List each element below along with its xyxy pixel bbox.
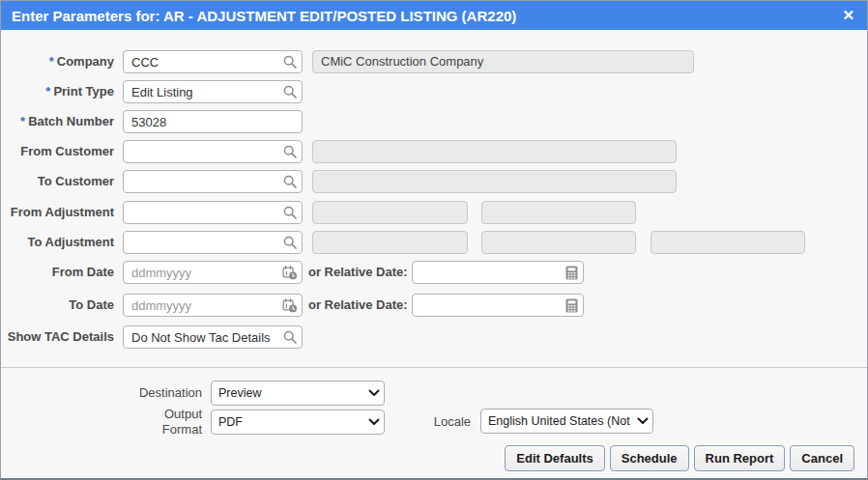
field-row-batch-number: *Batch Number	[1, 110, 867, 133]
show-tac-details-input-wrap	[123, 325, 303, 349]
from-adjustment-label: From Adjustment	[1, 201, 114, 224]
from-relative-date-input-wrap	[412, 261, 584, 284]
to-date-input-wrap	[123, 294, 303, 317]
locale-select[interactable]: English United States (Not Tr	[480, 409, 653, 434]
to-relative-date-input[interactable]	[412, 294, 584, 317]
field-row-print-type: *Print Type	[1, 80, 867, 103]
search-icon[interactable]	[282, 84, 298, 99]
search-icon[interactable]	[282, 54, 298, 70]
to-date-label: To Date	[1, 294, 114, 317]
batch-number-input-wrap	[123, 110, 303, 133]
destination-label: Destination	[1, 385, 202, 401]
field-row-to-customer: To Customer	[1, 170, 867, 193]
field-row-from-adjustment: From Adjustment	[1, 201, 867, 224]
from-customer-input[interactable]	[123, 140, 303, 163]
required-marker: *	[45, 84, 50, 99]
from-adjustment-readonly-1	[312, 201, 468, 224]
calculator-icon[interactable]	[564, 297, 579, 313]
to-date-input[interactable]	[123, 294, 303, 317]
print-type-input[interactable]	[123, 80, 303, 103]
show-tac-details-input[interactable]	[123, 325, 303, 349]
search-icon[interactable]	[282, 329, 298, 345]
locale-selected-value: English United States (Not Tr	[481, 414, 633, 428]
company-label: *Company	[1, 50, 114, 73]
to-adjustment-input[interactable]	[123, 231, 303, 254]
from-date-input[interactable]	[123, 261, 303, 284]
search-icon[interactable]	[282, 235, 298, 250]
search-icon[interactable]	[282, 144, 298, 159]
chevron-down-icon	[633, 417, 652, 425]
from-relative-date-input[interactable]	[412, 261, 584, 284]
footer-button-bar: Edit Defaults Schedule Run Report Cancel	[505, 445, 854, 471]
field-row-from-date: From Date or Relative Date:	[1, 261, 867, 284]
batch-number-label: *Batch Number	[1, 110, 114, 133]
to-relative-date-label: or Relative Date:	[308, 294, 408, 317]
output-format-selected-value: PDF	[212, 415, 364, 429]
field-row-show-tac-details: Show TAC Details	[1, 325, 867, 349]
edit-defaults-button[interactable]: Edit Defaults	[505, 445, 604, 471]
dialog-title: Enter Parameters for: AR - ADJUSTMENT ED…	[1, 8, 516, 24]
dialog-titlebar: Enter Parameters for: AR - ADJUSTMENT ED…	[1, 1, 867, 30]
company-input-wrap	[123, 50, 303, 73]
to-adjustment-input-wrap	[123, 231, 303, 254]
from-date-input-wrap	[123, 261, 303, 284]
search-icon[interactable]	[282, 205, 298, 220]
calendar-icon[interactable]	[282, 297, 298, 313]
to-customer-input[interactable]	[123, 170, 303, 193]
run-report-button[interactable]: Run Report	[694, 445, 786, 471]
search-icon[interactable]	[282, 174, 298, 189]
print-type-label: *Print Type	[1, 80, 114, 103]
from-customer-label: From Customer	[1, 140, 114, 163]
to-relative-date-input-wrap	[412, 294, 584, 317]
required-marker: *	[49, 54, 54, 69]
to-adjustment-readonly-1	[312, 231, 468, 254]
to-adjustment-readonly-3	[651, 231, 805, 254]
cancel-button[interactable]: Cancel	[790, 445, 854, 471]
from-adjustment-input[interactable]	[123, 201, 303, 224]
schedule-button[interactable]: Schedule	[610, 445, 689, 471]
locale-label: Locale	[368, 414, 471, 430]
show-tac-details-label: Show TAC Details	[1, 325, 114, 349]
from-adjustment-readonly-2	[481, 201, 636, 224]
to-customer-name-readonly	[312, 170, 677, 193]
company-name-readonly: CMiC Construction Company	[312, 50, 694, 73]
to-adjustment-label: To Adjustment	[1, 231, 114, 254]
destination-select[interactable]: Preview	[211, 381, 385, 406]
print-type-input-wrap	[123, 80, 303, 103]
company-input[interactable]	[123, 50, 303, 73]
to-customer-label: To Customer	[1, 170, 114, 193]
field-row-company: *Company CMiC Construction Company	[1, 50, 867, 73]
required-marker: *	[20, 114, 25, 128]
field-row-to-adjustment: To Adjustment	[1, 231, 867, 254]
from-customer-input-wrap	[123, 140, 303, 163]
field-row-from-customer: From Customer	[1, 140, 867, 163]
batch-number-input[interactable]	[123, 110, 303, 133]
from-relative-date-label: or Relative Date:	[308, 261, 408, 284]
output-format-select[interactable]: PDF	[211, 409, 385, 435]
destination-selected-value: Preview	[212, 386, 364, 400]
to-adjustment-readonly-2	[481, 231, 636, 254]
enter-parameters-dialog: Enter Parameters for: AR - ADJUSTMENT ED…	[0, 0, 868, 480]
field-row-to-date: To Date or Relative Date:	[1, 294, 867, 317]
calculator-icon[interactable]	[564, 265, 579, 280]
to-customer-input-wrap	[123, 170, 303, 193]
from-customer-name-readonly	[312, 140, 677, 163]
from-adjustment-input-wrap	[123, 201, 303, 224]
chevron-down-icon	[364, 389, 384, 397]
close-icon[interactable]: ✕	[842, 1, 854, 30]
from-date-label: From Date	[1, 261, 114, 284]
section-divider	[1, 367, 867, 368]
calendar-icon[interactable]	[282, 265, 298, 280]
output-format-label: OutputFormat	[1, 407, 202, 438]
